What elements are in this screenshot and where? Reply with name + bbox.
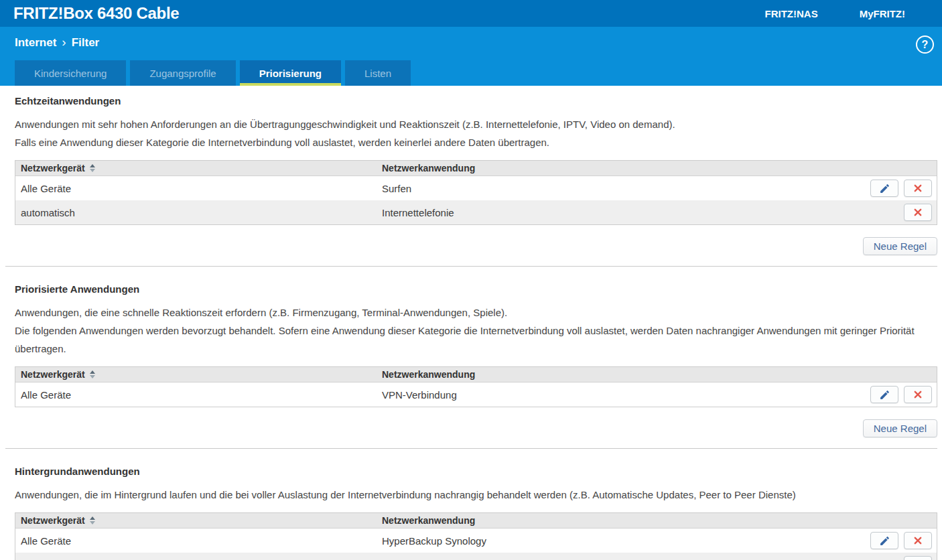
- edit-rule-button[interactable]: [870, 180, 898, 197]
- rule-device: automatisch: [15, 207, 382, 218]
- rules-table: Netzwerkgerät Netzwerkanwendung Alle Ger…: [15, 366, 937, 407]
- rule-device: Alle Geräte: [15, 183, 382, 194]
- table-header-row: Netzwerkgerät Netzwerkanwendung: [15, 367, 937, 382]
- description-line: Anwendungen, die im Hintergrund laufen u…: [15, 486, 937, 504]
- help-icon[interactable]: ?: [916, 36, 934, 54]
- column-header-device[interactable]: Netzwerkgerät: [21, 163, 85, 173]
- priority-section: Priorisierte Anwendungen Anwendungen, di…: [5, 266, 937, 437]
- edit-rule-button[interactable]: [870, 386, 898, 403]
- rule-row: Alle Geräte VPN-Verbindung: [15, 382, 937, 407]
- fritznas-link[interactable]: FRITZ!NAS: [765, 8, 818, 19]
- description-line: Anwendungen mit sehr hohen Anforderungen…: [15, 115, 937, 133]
- nav-bar: Internet › Filter ? KindersicherungZugan…: [0, 27, 942, 86]
- x-icon: [913, 390, 923, 399]
- delete-rule-button[interactable]: [904, 386, 932, 403]
- delete-rule-button[interactable]: [904, 532, 932, 549]
- tab-priorisierung[interactable]: Priorisierung: [240, 60, 341, 86]
- breadcrumb-section[interactable]: Internet: [15, 36, 56, 50]
- new-rule-button[interactable]: Neue Regel: [863, 237, 937, 255]
- table-header-row: Netzwerkgerät Netzwerkanwendung: [15, 513, 937, 529]
- rule-row: automatisch Internettelefonie: [15, 200, 937, 224]
- main-content: Echtzeitanwendungen Anwendungen mit sehr…: [0, 95, 942, 560]
- header-links: FRITZ!NAS MyFRITZ!: [765, 8, 905, 19]
- pencil-icon: [879, 535, 890, 547]
- rules-table: Netzwerkgerät Netzwerkanwendung Alle Ger…: [15, 160, 937, 225]
- rule-row: SVR-HOME beliebig: [15, 553, 937, 560]
- section-title: Priorisierte Anwendungen: [15, 283, 937, 295]
- section-description: Anwendungen mit sehr hohen Anforderungen…: [15, 115, 937, 151]
- breadcrumb-page: Filter: [72, 36, 100, 50]
- breadcrumb: Internet › Filter: [15, 36, 99, 50]
- myfritz-link[interactable]: MyFRITZ!: [860, 8, 905, 19]
- sort-arrows-icon[interactable]: [90, 370, 95, 378]
- active-tab-underline: [240, 83, 341, 86]
- rule-application: HyperBackup Synology: [382, 535, 846, 547]
- section-title: Echtzeitanwendungen: [15, 95, 937, 107]
- rule-actions: [846, 532, 937, 549]
- tab-listen[interactable]: Listen: [345, 60, 411, 86]
- delete-rule-button[interactable]: [904, 180, 932, 197]
- description-line: Die folgenden Anwendungen werden bevorzu…: [15, 322, 937, 358]
- rule-actions: [846, 180, 937, 197]
- column-header-application: Netzwerkanwendung: [382, 515, 475, 526]
- tab-bar: KindersicherungZugangsprofilePriorisieru…: [15, 60, 411, 86]
- edit-rule-button[interactable]: [870, 532, 898, 549]
- column-header-device[interactable]: Netzwerkgerät: [21, 369, 85, 380]
- sort-arrows-icon[interactable]: [90, 164, 95, 172]
- delete-rule-button[interactable]: [904, 204, 932, 221]
- table-body: Alle Geräte Surfen automatisch Internett…: [15, 176, 937, 224]
- pencil-icon: [879, 183, 890, 194]
- rule-actions: [846, 204, 937, 221]
- pencil-icon: [879, 389, 890, 401]
- rule-actions: [846, 556, 937, 560]
- app-title: FRITZ!Box 6430 Cable: [13, 4, 179, 23]
- column-header-device[interactable]: Netzwerkgerät: [21, 515, 85, 526]
- chevron-right-icon: ›: [62, 35, 66, 50]
- table-body: Alle Geräte HyperBackup Synology SVR-HOM…: [15, 529, 937, 560]
- sort-arrows-icon[interactable]: [90, 516, 95, 524]
- x-icon: [913, 208, 923, 217]
- new-rule-button[interactable]: Neue Regel: [863, 419, 937, 437]
- rules-table: Netzwerkgerät Netzwerkanwendung Alle Ger…: [15, 512, 937, 560]
- x-icon: [913, 184, 923, 193]
- rule-application: Internettelefonie: [382, 207, 846, 218]
- rule-application: Surfen: [382, 183, 846, 194]
- delete-rule-button[interactable]: [904, 556, 932, 560]
- priority-section: Hintergrundanwendungen Anwendungen, die …: [5, 448, 937, 560]
- section-description: Anwendungen, die eine schnelle Reaktions…: [15, 303, 937, 358]
- rule-device: Alle Geräte: [15, 535, 382, 547]
- rule-application: VPN-Verbindung: [382, 389, 846, 401]
- rule-row: Alle Geräte HyperBackup Synology: [15, 529, 937, 553]
- header-bar: FRITZ!Box 6430 Cable FRITZ!NAS MyFRITZ!: [0, 0, 942, 27]
- rule-row: Alle Geräte Surfen: [15, 176, 937, 200]
- column-header-application: Netzwerkanwendung: [382, 369, 475, 380]
- section-title: Hintergrundanwendungen: [15, 466, 937, 477]
- section-description: Anwendungen, die im Hintergrund laufen u…: [15, 486, 937, 504]
- tab-zugangsprofile[interactable]: Zugangsprofile: [130, 60, 235, 86]
- rule-actions: [846, 386, 937, 403]
- description-line: Anwendungen, die eine schnelle Reaktions…: [15, 303, 937, 322]
- priority-section: Echtzeitanwendungen Anwendungen mit sehr…: [5, 95, 937, 255]
- x-icon: [913, 536, 923, 545]
- table-body: Alle Geräte VPN-Verbindung: [15, 382, 937, 407]
- tab-kindersicherung[interactable]: Kindersicherung: [15, 60, 126, 86]
- column-header-application: Netzwerkanwendung: [382, 163, 475, 173]
- table-header-row: Netzwerkgerät Netzwerkanwendung: [15, 161, 937, 176]
- rule-device: Alle Geräte: [15, 389, 382, 401]
- description-line: Falls eine Anwendung dieser Kategorie di…: [15, 133, 937, 151]
